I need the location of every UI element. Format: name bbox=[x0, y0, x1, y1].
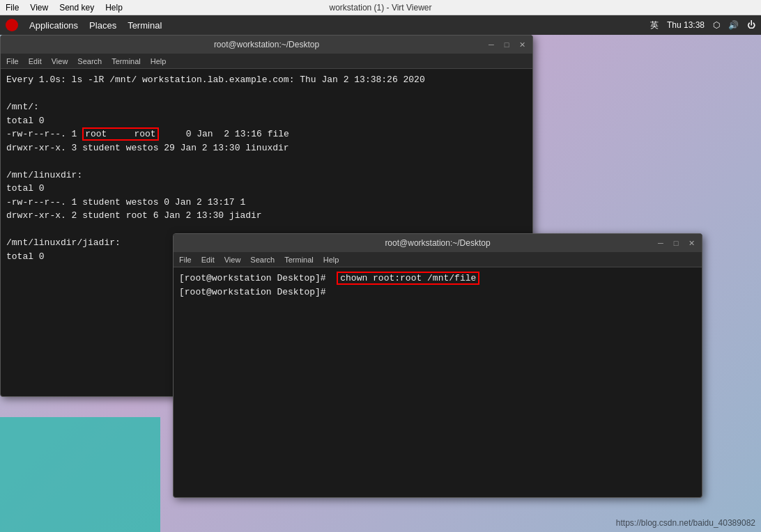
gnome-top-panel: Applications Places Terminal 英 Thu 13:38… bbox=[0, 15, 761, 35]
virt-viewer-menubar: File View Send key Help workstation (1) … bbox=[0, 0, 761, 15]
close-button-1[interactable]: ✕ bbox=[517, 40, 527, 49]
t2-menu-file[interactable]: File bbox=[179, 256, 192, 264]
teal-decoration bbox=[0, 417, 160, 532]
term1-line-8: total 0 bbox=[6, 182, 527, 196]
term1-line-4: -rw-r--r--. 1 root root 0 Jan 2 13:16 fi… bbox=[6, 127, 527, 141]
redhat-icon bbox=[6, 19, 18, 31]
term1-line-3: total 0 bbox=[6, 114, 527, 128]
terminal-1-title: root@workstation:~/Desktop bbox=[214, 40, 319, 49]
term2-line-1: [root@workstation Desktop]# chown root:r… bbox=[179, 272, 696, 285]
virt-window-title: workstation (1) - Virt Viewer bbox=[330, 3, 432, 13]
applications-menu[interactable]: Applications bbox=[29, 20, 78, 31]
term2-line-2: [root@workstation Desktop]# bbox=[179, 285, 696, 299]
network-icon: ⬡ bbox=[713, 20, 720, 30]
desktop: root@workstation:~/Desktop ─ □ ✕ File Ed… bbox=[0, 35, 761, 532]
maximize-button-1[interactable]: □ bbox=[502, 40, 512, 49]
terminal-1-controls[interactable]: ─ □ ✕ bbox=[486, 40, 527, 49]
places-menu[interactable]: Places bbox=[89, 20, 116, 31]
term1-line-1 bbox=[6, 87, 527, 101]
terminal-2-controls[interactable]: ─ □ ✕ bbox=[656, 238, 696, 248]
t2-menu-help[interactable]: Help bbox=[323, 256, 339, 264]
watermark: https://blog.csdn.net/baidu_40389082 bbox=[616, 518, 755, 528]
term1-line-6 bbox=[6, 155, 527, 169]
t1-menu-terminal[interactable]: Terminal bbox=[112, 57, 141, 65]
minimize-button-1[interactable]: ─ bbox=[486, 40, 496, 49]
term2-prompt-2: [root@workstation Desktop]# bbox=[179, 287, 326, 297]
clock: Thu 13:38 bbox=[667, 20, 705, 30]
close-button-2[interactable]: ✕ bbox=[686, 238, 696, 248]
minimize-button-2[interactable]: ─ bbox=[656, 238, 666, 248]
t1-menu-help[interactable]: Help bbox=[151, 57, 167, 65]
t2-menu-edit[interactable]: Edit bbox=[201, 256, 215, 264]
system-tray: 英 Thu 13:38 ⬡ 🔊 ⏻ bbox=[650, 19, 755, 31]
term1-line-5: drwxr-xr-x. 3 student westos 29 Jan 2 13… bbox=[6, 141, 527, 155]
virt-menu-sendkey[interactable]: Send key bbox=[59, 3, 94, 13]
t1-menu-file[interactable]: File bbox=[6, 57, 19, 65]
term1-line-2: /mnt/: bbox=[6, 100, 527, 114]
terminal-2-body: [root@workstation Desktop]# chown root:r… bbox=[174, 267, 702, 303]
term1-line-10: drwxr-xr-x. 2 student root 6 Jan 2 13:30… bbox=[6, 209, 527, 223]
power-icon: ⏻ bbox=[747, 20, 755, 30]
terminal-2-menubar: File Edit View Search Terminal Help bbox=[174, 252, 702, 267]
owner-highlight: root root bbox=[82, 127, 158, 141]
term1-line-0: Every 1.0s: ls -lR /mnt/ workstation.lab… bbox=[6, 73, 527, 87]
t2-menu-view[interactable]: View bbox=[224, 256, 241, 264]
terminal-2-titlebar: root@workstation:~/Desktop ─ □ ✕ bbox=[174, 234, 702, 252]
t1-menu-view[interactable]: View bbox=[52, 57, 68, 65]
term2-prompt-1: [root@workstation Desktop]# bbox=[179, 273, 326, 283]
virt-menu-file[interactable]: File bbox=[6, 3, 19, 13]
terminal-window-2[interactable]: root@workstation:~/Desktop ─ □ ✕ File Ed… bbox=[173, 233, 702, 498]
terminal-menu[interactable]: Terminal bbox=[128, 20, 162, 31]
term1-line-9: -rw-r--r--. 1 student westos 0 Jan 2 13:… bbox=[6, 196, 527, 210]
t2-menu-search[interactable]: Search bbox=[250, 256, 275, 264]
virt-menu-help[interactable]: Help bbox=[105, 3, 123, 13]
volume-icon: 🔊 bbox=[728, 20, 739, 30]
terminal-1-menubar: File Edit View Search Terminal Help bbox=[1, 54, 532, 69]
lang-indicator: 英 bbox=[650, 19, 659, 31]
terminal-1-titlebar: root@workstation:~/Desktop ─ □ ✕ bbox=[1, 36, 532, 54]
maximize-button-2[interactable]: □ bbox=[671, 238, 681, 248]
virt-menu-view[interactable]: View bbox=[30, 3, 48, 13]
term1-line-7: /mnt/linuxdir: bbox=[6, 169, 527, 182]
terminal-2-title: root@workstation:~/Desktop bbox=[385, 238, 490, 248]
t1-menu-search[interactable]: Search bbox=[77, 57, 102, 65]
t1-menu-edit[interactable]: Edit bbox=[29, 57, 42, 65]
chown-command: chown root:root /mnt/file bbox=[337, 272, 479, 285]
t2-menu-terminal[interactable]: Terminal bbox=[284, 256, 314, 264]
